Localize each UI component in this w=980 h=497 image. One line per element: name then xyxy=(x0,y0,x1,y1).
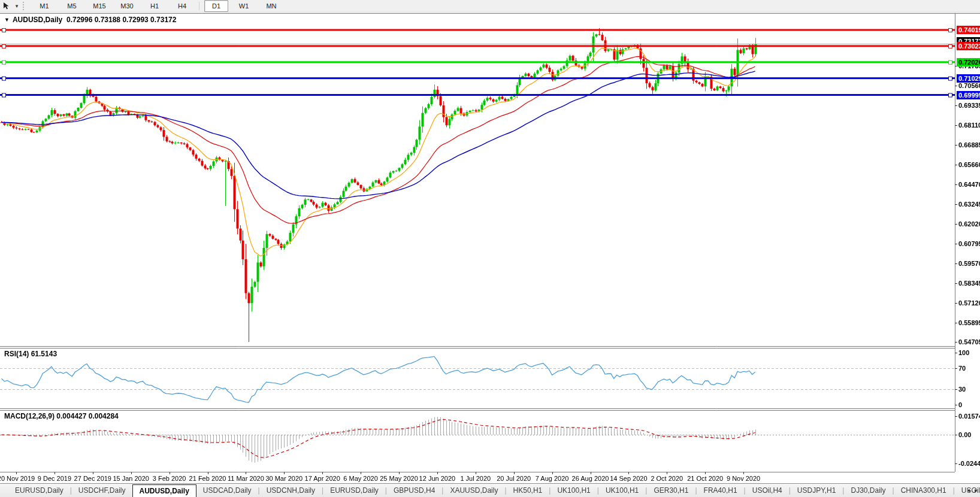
date-tick-label: 6 May 2020 xyxy=(343,475,377,482)
symbol-tab-usdchf[interactable]: USDCHF,Daily xyxy=(72,484,132,497)
tab-scroll-arrows: ◂ ▸ xyxy=(967,483,978,497)
symbol-tab-uk100[interactable]: UK100,H1 xyxy=(551,484,597,497)
date-tick-label: 9 Dec 2019 xyxy=(38,475,71,482)
date-tick-label: 7 Aug 2020 xyxy=(536,475,569,482)
tab-scroll-left-icon[interactable]: ◂ xyxy=(967,487,970,493)
date-tick-label: 26 Aug 2020 xyxy=(572,475,609,482)
timeframe-button-m15[interactable]: M15 xyxy=(87,0,111,12)
symbol-tab-china300[interactable]: CHINA300,H1 xyxy=(894,484,953,497)
date-tick-label: 30 Mar 2020 xyxy=(265,475,303,482)
timeframe-buttons: M1M5M15M30H1H4D1W1MN xyxy=(31,0,285,12)
date-tick-label: 2 Oct 2020 xyxy=(651,475,683,482)
chart-ohlc-values: 0.72996 0.73188 0.72993 0.73172 xyxy=(66,16,177,24)
terminal-window: ▾ M1M5M15M30H1H4D1W1MN ▼AUDUSD,Daily 0.7… xyxy=(0,0,980,497)
toolbar-separator xyxy=(199,2,199,10)
symbol-tabbar: EURUSD,Daily|USDCHF,DailyAUDUSD,DailyUSD… xyxy=(0,483,980,497)
date-tick-label: 1 Jul 2020 xyxy=(460,475,491,482)
symbol-tab-usdcnh[interactable]: USDCNH,Daily xyxy=(260,484,322,497)
symbol-tab-xauusd[interactable]: XAUUSD,Daily xyxy=(443,484,504,497)
price-tick-label: 0.54705 xyxy=(958,338,980,346)
chart-symbol-label: AUDUSD,Daily xyxy=(13,16,62,24)
macd-level-label: -0.024412 xyxy=(958,460,980,467)
price-line-badge: 0.74019 xyxy=(957,26,980,34)
timeframe-button-d1[interactable]: D1 xyxy=(204,0,228,12)
symbol-tab-usoil[interactable]: USOil,H4 xyxy=(746,484,789,497)
date-tick-label: 14 Sep 2020 xyxy=(610,475,647,482)
symbol-tab-eurusd[interactable]: EURUSD,Daily xyxy=(8,484,70,497)
symbol-tab-gbpusd[interactable]: GBPUSD,H4 xyxy=(387,484,441,497)
price-tick-label: 0.70560 xyxy=(958,82,980,89)
chart-canvas[interactable] xyxy=(0,0,980,497)
macd-level-label: 0.015741 xyxy=(958,413,980,420)
symbol-collapse-icon[interactable]: ▼ xyxy=(4,17,10,23)
timeframe-button-w1[interactable]: W1 xyxy=(232,0,256,12)
symbol-tab-audusd[interactable]: AUDUSD,Daily xyxy=(132,484,196,497)
price-tick-label: 0.57120 xyxy=(958,299,980,307)
date-tick-label: 20 Jul 2020 xyxy=(497,475,531,482)
symbol-tab-uk100[interactable]: UK100,H1 xyxy=(599,484,645,497)
timeframe-button-h1[interactable]: H1 xyxy=(143,0,167,12)
price-tick-label: 0.58345 xyxy=(958,280,980,287)
timeframe-button-m30[interactable]: M30 xyxy=(115,0,139,12)
price-tick-label: 0.68110 xyxy=(958,122,980,129)
price-tick-label: 0.66885 xyxy=(958,141,980,149)
date-tick-label: 25 May 2020 xyxy=(380,475,418,482)
price-tick-label: 0.60795 xyxy=(958,240,980,247)
timeframe-toolbar: ▾ M1M5M15M30H1H4D1W1MN xyxy=(0,0,980,13)
price-line-badge: 0.72026 xyxy=(957,58,980,66)
rsi-label: RSI(14) 61.5143 xyxy=(4,350,57,358)
date-tick-label: 3 Feb 2020 xyxy=(153,475,186,482)
symbol-tab-ger30[interactable]: GER30,H1 xyxy=(647,484,695,497)
timeframe-button-mn[interactable]: MN xyxy=(259,0,283,12)
price-tick-label: 0.69335 xyxy=(958,102,980,109)
date-tick-label: 27 Dec 2019 xyxy=(74,475,111,482)
tab-scroll-right-icon[interactable]: ▸ xyxy=(975,487,978,493)
timeframe-button-m1[interactable]: M1 xyxy=(32,0,56,12)
symbol-tab-usdcad[interactable]: USDCAD,Daily xyxy=(196,484,258,497)
date-tick-label: 12 Jun 2020 xyxy=(419,475,456,482)
price-line-badge: 0.69995 xyxy=(957,91,980,99)
date-tick-label: 20 Nov 2019 xyxy=(0,475,35,482)
price-tick-label: 0.64470 xyxy=(958,181,980,188)
chevron-down-icon[interactable]: ▾ xyxy=(13,3,20,9)
date-tick-label: 21 Feb 2020 xyxy=(189,475,226,482)
price-tick-label: 0.62020 xyxy=(958,220,980,228)
symbol-tab-usdjpy[interactable]: USDJPY,H1 xyxy=(791,484,842,497)
toolbar-grip xyxy=(23,2,27,10)
rsi-level-label: 0 xyxy=(958,401,962,408)
date-tick-label: 11 Mar 2020 xyxy=(228,475,264,482)
price-line-badge: 0.73023 xyxy=(957,42,980,50)
price-line-badge: 0.71029 xyxy=(957,74,980,83)
symbol-tab-hk50[interactable]: HK50,H1 xyxy=(507,484,549,497)
timeframe-button-h4[interactable]: H4 xyxy=(170,0,194,12)
rsi-level-label: 70 xyxy=(958,365,966,372)
macd-label: MACD(12,26,9) 0.004427 0.004284 xyxy=(4,412,119,420)
chart-cursor-icon[interactable] xyxy=(0,1,13,11)
date-tick-label: 21 Oct 2020 xyxy=(687,475,723,482)
symbol-tab-dj30[interactable]: DJ30,Daily xyxy=(844,484,892,497)
price-tick-label: 0.55895 xyxy=(958,319,980,326)
price-tick-label: 0.65660 xyxy=(958,161,980,168)
symbol-tab-eurusd[interactable]: EURUSD,Daily xyxy=(323,484,385,497)
timeframe-button-m5[interactable]: M5 xyxy=(60,0,84,12)
price-tick-label: 0.63245 xyxy=(958,201,980,208)
symbol-tab-fra40[interactable]: FRA40,H1 xyxy=(697,484,744,497)
rsi-level-label: 100 xyxy=(958,349,969,356)
date-tick-label: 15 Jan 2020 xyxy=(113,475,149,482)
macd-level-label: 0.00 xyxy=(958,431,971,438)
rsi-level-label: 30 xyxy=(958,386,966,393)
date-tick-label: 9 Nov 2020 xyxy=(727,475,760,482)
date-tick-label: 17 Apr 2020 xyxy=(305,475,340,482)
price-tick-label: 0.59570 xyxy=(958,260,980,267)
chart-ohlc-header: ▼AUDUSD,Daily 0.72996 0.73188 0.72993 0.… xyxy=(4,16,176,24)
